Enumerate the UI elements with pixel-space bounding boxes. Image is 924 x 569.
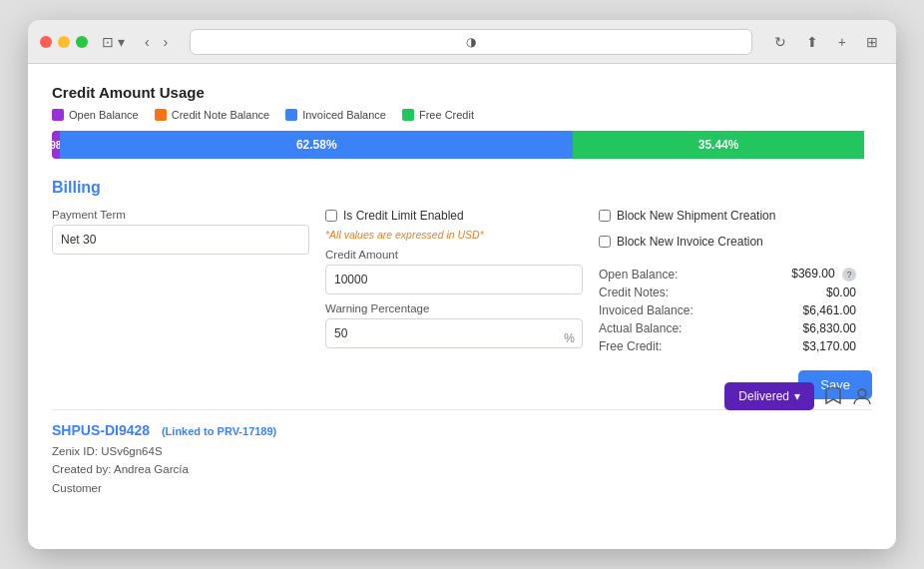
credit-notes-value: $0.00 (826, 285, 856, 299)
free-credit-row: Free Credit: $3,170.00 (599, 339, 856, 353)
brightness-icon: ◑ (466, 35, 476, 49)
actual-balance-label: Actual Balance: (599, 321, 682, 335)
warning-pct-input[interactable] (325, 318, 583, 348)
block-invoice-checkbox[interactable] (599, 236, 611, 248)
progress-bar: 0.98% 62.58% 35.44% (52, 131, 872, 159)
created-by: Created by: Andrea García (52, 460, 276, 478)
block-shipment-row: Block New Shipment Creation (599, 209, 856, 223)
browser-content: Credit Amount Usage Open Balance Credit … (28, 64, 896, 549)
nav-group: ‹ › (139, 30, 174, 54)
open-balance-help-icon[interactable]: ? (842, 268, 856, 282)
linked-text[interactable]: (Linked to PRV-17189) (162, 425, 276, 437)
block-checkboxes: Block New Shipment Creation Block New In… (599, 209, 856, 255)
close-button[interactable] (40, 36, 52, 48)
pct-suffix: % (564, 331, 575, 345)
reload-button[interactable]: ↻ (768, 30, 792, 54)
payment-term-label: Payment Term (52, 209, 309, 221)
payment-term-col: Payment Term (52, 209, 325, 358)
zenix-id: Zenix ID: USv6gn64S (52, 442, 276, 460)
shipment-id: SHPUS-DI9428 (Linked to PRV-17189) (52, 422, 276, 438)
credit-usage-title: Credit Amount Usage (52, 84, 872, 101)
bookmark-button[interactable] (824, 386, 842, 406)
actual-balance-value: $6,830.00 (803, 321, 856, 335)
balance-grid: Open Balance: $369.00 ? Credit Notes: $0… (599, 267, 856, 353)
credit-usage-section: Credit Amount Usage Open Balance Credit … (52, 84, 872, 159)
credit-limit-label: Is Credit Limit Enabled (343, 209, 464, 223)
open-balance-row: Open Balance: $369.00 ? (599, 267, 856, 282)
invoiced-balance-legend-label: Invoiced Balance (302, 109, 386, 121)
billing-grid: Payment Term Is Credit Limit Enabled *Al… (52, 209, 872, 358)
payment-term-input[interactable] (52, 225, 309, 255)
grid-button[interactable]: ⊞ (860, 30, 884, 54)
browser-toolbar: ⊡ ▾ ‹ › ◑ ↻ ⬆ + ⊞ (28, 20, 896, 64)
shipment-info: SHPUS-DI9428 (Linked to PRV-17189) Zenix… (52, 422, 276, 497)
free-credit-label: Free Credit: (599, 339, 662, 353)
credit-amount-label: Credit Amount (325, 249, 583, 261)
credit-amount-input[interactable] (325, 265, 583, 294)
block-shipment-label: Block New Shipment Creation (617, 209, 775, 223)
forward-button[interactable]: › (158, 30, 175, 54)
open-balance-label: Open Balance: (599, 268, 678, 282)
credit-notes-label: Credit Notes: (599, 285, 669, 299)
progress-open: 0.98% (52, 131, 60, 159)
progress-free: 35.44% (573, 131, 863, 159)
warning-pct-wrapper: % (325, 318, 583, 358)
minimize-button[interactable] (58, 36, 70, 48)
delivered-button[interactable]: Delivered ▾ (724, 382, 814, 410)
legend-open-balance: Open Balance (52, 109, 139, 121)
new-tab-button[interactable]: + (832, 30, 852, 54)
back-button[interactable]: ‹ (139, 30, 156, 54)
user-button[interactable] (852, 386, 872, 406)
share-button[interactable]: ⬆ (800, 30, 824, 54)
credit-note-legend-label: Credit Note Balance (172, 109, 269, 121)
invoiced-balance-label: Invoiced Balance: (599, 303, 693, 317)
credit-limit-col: Is Credit Limit Enabled *All values are … (325, 209, 599, 358)
credit-legend: Open Balance Credit Note Balance Invoice… (52, 109, 872, 121)
credit-limit-checkbox[interactable] (325, 210, 337, 222)
block-invoice-row: Block New Invoice Creation (599, 235, 856, 249)
actual-balance-row: Actual Balance: $6,830.00 (599, 321, 856, 335)
warning-pct-label: Warning Percentage (325, 302, 583, 314)
balance-col: Block New Shipment Creation Block New In… (599, 209, 872, 358)
shipment-meta: Zenix ID: USv6gn64S Created by: Andrea G… (52, 442, 276, 497)
invoiced-balance-row: Invoiced Balance: $6,461.00 (599, 303, 856, 317)
free-credit-legend-label: Free Credit (419, 109, 474, 121)
block-shipment-checkbox[interactable] (599, 210, 611, 222)
svg-point-0 (858, 389, 866, 397)
invoiced-balance-value: $6,461.00 (803, 303, 856, 317)
free-credit-dot (402, 109, 414, 121)
progress-invoiced: 62.58% (60, 131, 573, 159)
traffic-lights (40, 36, 88, 48)
customer-type: Customer (52, 479, 276, 497)
billing-section: Billing Payment Term Is Credit Limit Ena… (52, 179, 872, 399)
open-balance-dot (52, 109, 64, 121)
invoiced-balance-dot (285, 109, 297, 121)
credit-limit-checkbox-row: Is Credit Limit Enabled (325, 209, 583, 223)
credit-note-dot (155, 109, 167, 121)
browser-window: ⊡ ▾ ‹ › ◑ ↻ ⬆ + ⊞ Credit Amount Usage Op… (28, 20, 896, 549)
maximize-button[interactable] (76, 36, 88, 48)
usd-note: *All values are expressed in USD* (325, 229, 583, 241)
free-credit-value: $3,170.00 (803, 339, 856, 353)
open-balance-value: $369.00 ? (791, 267, 856, 282)
credit-notes-row: Credit Notes: $0.00 (599, 285, 856, 299)
shipment-section: SHPUS-DI9428 (Linked to PRV-17189) Zenix… (52, 409, 872, 497)
open-balance-legend-label: Open Balance (69, 109, 139, 121)
legend-free-credit: Free Credit (402, 109, 474, 121)
legend-invoiced-balance: Invoiced Balance (285, 109, 386, 121)
shipment-actions: Delivered ▾ (724, 382, 872, 410)
block-invoice-label: Block New Invoice Creation (617, 235, 763, 249)
legend-credit-note: Credit Note Balance (155, 109, 269, 121)
address-bar[interactable]: ◑ (190, 29, 752, 55)
billing-title: Billing (52, 179, 872, 197)
sidebar-toggle-button[interactable]: ⊡ ▾ (96, 30, 131, 54)
